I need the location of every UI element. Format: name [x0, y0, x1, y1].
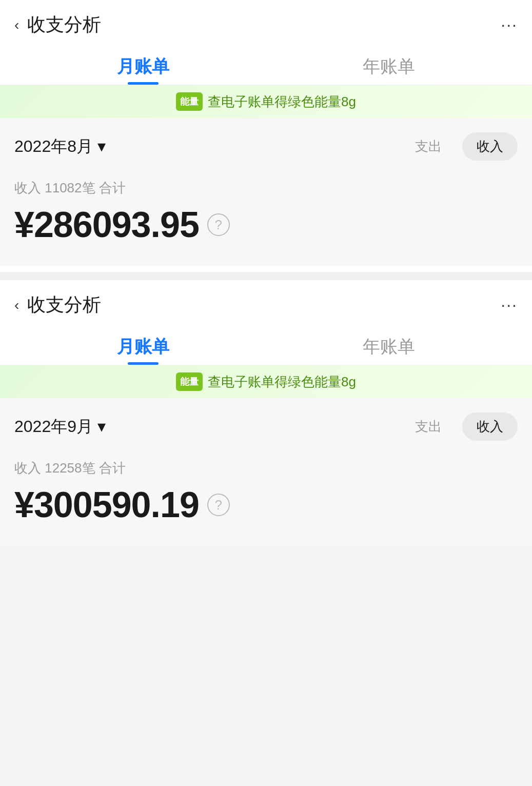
month-area-2: 2022年9月 ▾ 支出 收入 — [0, 398, 532, 449]
tab-yearly-1[interactable]: 年账单 — [266, 47, 512, 85]
amount-area-2: 收入 12258笔 合计 ¥300590.19 ? — [0, 449, 532, 546]
month-label-1: 2022年8月 ▾ — [14, 135, 106, 158]
more-button-2[interactable]: ··· — [501, 296, 518, 315]
month-area-1: 2022年8月 ▾ 支出 收入 — [0, 118, 532, 169]
header-1: ‹ 收支分析 ··· — [0, 0, 532, 47]
amount-summary-1: 收入 11082笔 合计 — [14, 179, 518, 197]
app-screen: ‹ 收支分析 ··· 月账单 年账单 能量 查电子账单得绿色能量8g 2022年… — [0, 0, 532, 546]
tab-yearly-2[interactable]: 年账单 — [266, 327, 512, 365]
month-row-1: 2022年8月 ▾ 支出 收入 — [14, 132, 518, 161]
month-row-2: 2022年9月 ▾ 支出 收入 — [14, 412, 518, 441]
amount-value-2: ¥300590.19 — [14, 484, 199, 525]
help-icon-1[interactable]: ? — [207, 213, 230, 236]
energy-banner-2[interactable]: 能量 查电子账单得绿色能量8g — [0, 365, 532, 398]
page-title-2: 收支分析 — [27, 292, 101, 318]
back-button-2[interactable]: ‹ — [14, 298, 19, 312]
tabs-1: 月账单 年账单 — [0, 47, 532, 85]
energy-badge-2: 能量 — [176, 372, 203, 391]
header-left-1: ‹ 收支分析 — [14, 12, 101, 37]
back-button-1[interactable]: ‹ — [14, 18, 19, 32]
filter-expense-1[interactable]: 支出 — [401, 132, 456, 161]
month-label-2: 2022年9月 ▾ — [14, 416, 106, 438]
tab-monthly-2[interactable]: 月账单 — [21, 327, 266, 365]
amount-summary-2: 收入 12258笔 合计 — [14, 459, 518, 477]
amount-row-1: ¥286093.95 ? — [14, 204, 518, 245]
filter-income-1[interactable]: 收入 — [462, 132, 518, 161]
help-icon-2[interactable]: ? — [207, 494, 230, 516]
energy-badge-1: 能量 — [176, 92, 203, 111]
amount-area-1: 收入 11082笔 合计 ¥286093.95 ? — [0, 169, 532, 266]
section-2: ‹ 收支分析 ··· 月账单 年账单 能量 查电子账单得绿色能量8g 2022年… — [0, 280, 532, 546]
filter-buttons-2: 支出 收入 — [401, 412, 518, 441]
energy-text-2: 查电子账单得绿色能量8g — [208, 373, 356, 391]
energy-banner-1[interactable]: 能量 查电子账单得绿色能量8g — [0, 85, 532, 118]
filter-buttons-1: 支出 收入 — [401, 132, 518, 161]
amount-value-1: ¥286093.95 — [14, 204, 199, 245]
energy-text-1: 查电子账单得绿色能量8g — [208, 93, 356, 111]
section-1: ‹ 收支分析 ··· 月账单 年账单 能量 查电子账单得绿色能量8g 2022年… — [0, 0, 532, 266]
month-selector-2[interactable]: 2022年9月 ▾ — [14, 416, 106, 438]
tab-monthly-1[interactable]: 月账单 — [21, 47, 266, 85]
filter-expense-2[interactable]: 支出 — [401, 412, 456, 441]
header-2: ‹ 收支分析 ··· — [0, 280, 532, 327]
page-title-1: 收支分析 — [27, 12, 101, 37]
month-selector-1[interactable]: 2022年8月 ▾ — [14, 135, 106, 158]
filter-income-2[interactable]: 收入 — [462, 412, 518, 441]
amount-row-2: ¥300590.19 ? — [14, 484, 518, 525]
more-button-1[interactable]: ··· — [501, 15, 518, 34]
header-left-2: ‹ 收支分析 — [14, 292, 101, 318]
divider — [0, 272, 532, 280]
tabs-2: 月账单 年账单 — [0, 327, 532, 365]
